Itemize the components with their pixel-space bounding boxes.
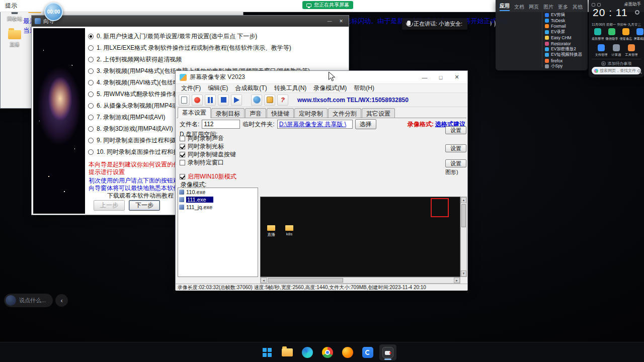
menu-file[interactable]: 文件(F)	[178, 84, 204, 93]
app-result[interactable]: Easy CHM	[545, 35, 587, 41]
edge-button[interactable]	[299, 344, 316, 360]
gear-icon[interactable]	[635, 10, 639, 15]
download-tutorial-link[interactable]: 下载观看本软件动画教程	[107, 192, 174, 200]
tool-toolbox[interactable]: 工具管理	[624, 44, 639, 57]
check-record-window[interactable]: 录制特定窗口	[180, 158, 236, 166]
minimize-button[interactable]	[325, 17, 334, 25]
choose-folder-button[interactable]: 选择	[355, 119, 376, 129]
settings-icon[interactable]	[597, 3, 601, 7]
assistant-search-input[interactable]	[600, 68, 636, 73]
quick-tool-screenshot[interactable]: 屏幕截图	[633, 28, 644, 41]
app-result[interactable]: Restorator	[545, 41, 587, 46]
add-todo-button[interactable]: 添加待办事项	[592, 59, 641, 66]
pause-button[interactable]	[205, 95, 216, 106]
menu-compose-capture[interactable]: 合成截取(T)	[231, 84, 270, 93]
firefox-button[interactable]	[339, 344, 356, 360]
settings-button-2[interactable]: 设置	[445, 144, 466, 152]
scroll-left-arrow[interactable]	[261, 278, 267, 283]
app-result[interactable]: EV加密播放2	[545, 46, 587, 52]
close-button[interactable]	[450, 72, 463, 82]
taskbar-center	[259, 342, 396, 362]
menu-edit[interactable]: 编辑(E)	[204, 84, 231, 93]
next-step-button[interactable]: 下一步	[129, 200, 160, 211]
chrome-button[interactable]	[319, 344, 336, 360]
screen-share-banner[interactable]: 您正在共享屏幕	[302, 1, 353, 9]
quick-tool-notes[interactable]: 便签备忘	[619, 28, 633, 41]
record-button[interactable]	[192, 95, 203, 106]
help-button[interactable]	[277, 95, 288, 106]
chat-input-pill[interactable]: 说点什么...	[4, 294, 53, 307]
maximize-button[interactable]	[434, 72, 447, 82]
blue-app-button[interactable]	[359, 344, 376, 360]
screen-recorder-app-button[interactable]	[379, 344, 396, 360]
tab-sound[interactable]: 声音	[245, 108, 266, 118]
app-result[interactable]: 小Spy	[545, 64, 587, 69]
file-row[interactable]: 111_jq.exe	[178, 203, 258, 211]
tab-basic-settings[interactable]: 基本设置	[178, 107, 211, 118]
quick-tool-desktop-organize[interactable]: 桌面整理	[591, 28, 605, 41]
wizard-option-2[interactable]: 2. 上传到视频网站获得超清视频	[88, 54, 310, 65]
menu-record-mode[interactable]: 录像模式(M)	[310, 84, 350, 93]
assistant-search-box[interactable]	[592, 67, 641, 74]
app-result[interactable]: ToDesk	[545, 18, 587, 23]
previous-step-button[interactable]: 上一步	[94, 200, 125, 211]
start-button[interactable]	[259, 344, 276, 360]
scroll-right-arrow[interactable]	[454, 278, 460, 283]
recording-timer-bubble[interactable]: 00:00	[44, 3, 63, 21]
tab-other-settings[interactable]: 其它设置	[362, 108, 395, 118]
website-button[interactable]	[251, 95, 262, 106]
app-result[interactable]: Foxmail	[545, 24, 587, 29]
minimize-button[interactable]	[418, 72, 431, 82]
scrollbar-thumb[interactable]	[461, 204, 466, 227]
stop-button[interactable]	[218, 95, 229, 106]
settings-button-3[interactable]: 设置	[445, 159, 466, 167]
app-result[interactable]: EV录屏	[545, 29, 587, 35]
main-titlebar[interactable]: 屏幕录像专家 V2023	[176, 71, 467, 84]
tool-calculator[interactable]: 计算器	[609, 44, 624, 57]
file-explorer-button[interactable]	[279, 344, 296, 360]
menu-help[interactable]: 帮助(H)	[350, 84, 378, 93]
pin-icon[interactable]	[592, 3, 595, 7]
play-button[interactable]	[231, 95, 242, 106]
scrollbar-thumb[interactable]	[268, 278, 343, 283]
tab-documents[interactable]: 文档	[514, 4, 524, 11]
tab-web[interactable]: 网页	[529, 4, 539, 11]
tempdir-value[interactable]: D:\屏幕录像专家 共享版 \	[277, 120, 353, 129]
tools-button[interactable]	[264, 95, 275, 106]
settings-button-1[interactable]: 设置	[445, 126, 466, 134]
menu-convert-tools[interactable]: 转换工具(N)	[271, 84, 310, 93]
recorded-files-list[interactable]: 110.exe 111.exe 111_jq.exe	[178, 188, 258, 277]
tab-record-target[interactable]: 录制目标	[211, 108, 245, 118]
tab-other[interactable]: 其他	[573, 4, 583, 11]
assistant-clock[interactable]: 20 : 11	[593, 7, 628, 19]
wizard-titlebar[interactable]: 向导	[32, 16, 349, 27]
scroll-up-arrow[interactable]	[461, 197, 466, 203]
wizard-option-0[interactable]: 0. 新用户快速入门/最简单设置/最常用设置(选中后点 下一步)	[88, 31, 310, 42]
tab-scheduled-recording[interactable]: 定时录制	[294, 108, 328, 118]
app-result[interactable]: EV短视频转换器	[545, 52, 587, 58]
check-record-sound[interactable]: 同时录制声音	[180, 134, 236, 142]
app-result[interactable]: firefox	[545, 58, 587, 63]
app-result[interactable]: EV剪辑	[545, 12, 587, 18]
tab-file-split[interactable]: 文件分割	[328, 108, 361, 118]
check-record-keys[interactable]: 同时录制键盘按键	[180, 150, 236, 158]
collapse-chat-button[interactable]	[55, 294, 68, 307]
filename-input[interactable]	[202, 120, 240, 129]
file-row-selected[interactable]: 111.exe	[178, 196, 258, 203]
tab-hotkeys[interactable]: 快捷键	[267, 108, 294, 118]
wizard-option-1[interactable]: 1. 用LXE/EXE格式 录制软件操作过程或制作教程(包括软件演示、教学等)	[88, 42, 310, 54]
check-win10-new-mode[interactable]: 启用WIN10新模式	[180, 172, 236, 180]
check-record-cursor[interactable]: 同时录制光标	[180, 142, 236, 150]
quick-tool-wechat-helper[interactable]: 微信助手	[605, 28, 619, 41]
tab-apps[interactable]: 应用	[500, 3, 510, 11]
tab-more[interactable]: 更多	[558, 4, 568, 11]
file-row[interactable]: 110.exe	[178, 188, 258, 196]
tab-images[interactable]: 图片	[543, 4, 553, 11]
close-button[interactable]	[337, 17, 346, 25]
website-contact-text[interactable]: www.tlxsoft.com TEL/WX:15058932850	[297, 97, 409, 104]
vertical-scrollbar[interactable]	[460, 197, 467, 277]
scroll-down-arrow[interactable]	[461, 270, 466, 277]
new-file-button[interactable]	[179, 95, 190, 106]
horizontal-scrollbar[interactable]	[260, 277, 460, 284]
tool-file-manager[interactable]: 文件管理	[594, 44, 609, 57]
